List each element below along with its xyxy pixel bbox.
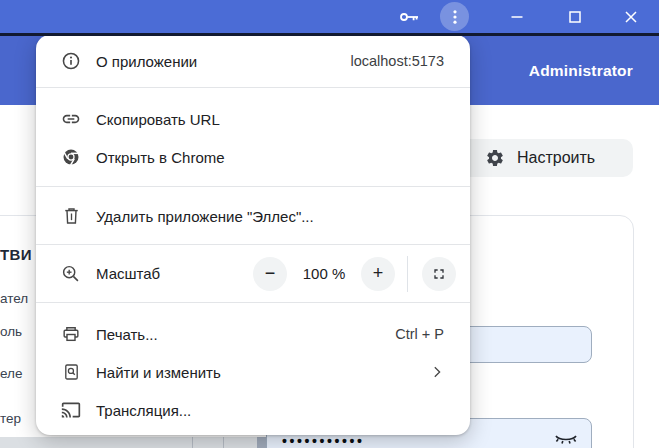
chevron-right-icon xyxy=(430,365,444,379)
menu-item-label: Скопировать URL xyxy=(96,111,220,128)
titlebar-divider xyxy=(0,33,659,36)
segment-divider xyxy=(223,437,224,448)
menu-item-find-and-edit[interactable]: Найти и изменить xyxy=(36,353,470,391)
chrome-icon xyxy=(60,146,82,168)
zoom-in-button[interactable]: + xyxy=(361,257,395,291)
toggle-password-visibility-button[interactable] xyxy=(551,427,581,448)
info-icon xyxy=(60,50,82,72)
close-button[interactable] xyxy=(618,4,644,29)
link-icon xyxy=(60,108,82,130)
menu-item-open-in-chrome[interactable]: Открыть в Chrome xyxy=(36,138,470,176)
zoom-level-value: 100 % xyxy=(287,265,361,282)
minimize-icon xyxy=(506,6,528,28)
close-icon xyxy=(620,6,642,28)
menu-item-label: Трансляция... xyxy=(96,402,191,419)
section-heading-fragment: ТВИ xyxy=(0,246,32,263)
configure-button-label: Настроить xyxy=(517,149,595,167)
find-in-page-icon xyxy=(60,361,82,383)
segment-edge xyxy=(257,437,266,448)
vertical-divider xyxy=(407,256,408,292)
app-window: Administrator Настроить ••••••••••• ТВИ … xyxy=(0,0,659,448)
configure-button[interactable]: Настроить xyxy=(455,139,633,177)
form-label-fragment: оль xyxy=(0,324,22,339)
segmented-input-strip xyxy=(0,437,258,448)
cast-icon xyxy=(60,399,82,421)
minimize-button[interactable] xyxy=(504,4,530,29)
menu-zoom-row: Масштаб − 100 % + xyxy=(36,255,470,292)
app-origin-label: localhost:5173 xyxy=(350,53,444,69)
segment-divider xyxy=(192,437,193,448)
menu-item-uninstall-app[interactable]: Удалить приложение "Эллес"... xyxy=(36,197,470,235)
menu-item-label: Удалить приложение "Эллес"... xyxy=(96,208,314,225)
menu-item-label: Найти и изменить xyxy=(96,364,221,381)
passkey-button[interactable] xyxy=(394,2,423,31)
menu-item-print[interactable]: Печать... Ctrl + P xyxy=(36,315,470,353)
fullscreen-icon xyxy=(431,266,447,282)
zoom-label: Масштаб xyxy=(96,265,160,282)
window-titlebar xyxy=(0,0,659,33)
menu-item-cast[interactable]: Трансляция... xyxy=(36,391,470,429)
trash-icon xyxy=(60,205,82,227)
password-masked-value: ••••••••••• xyxy=(282,433,365,448)
browser-menu-button[interactable] xyxy=(440,2,469,31)
gear-icon xyxy=(485,148,505,168)
user-role-label: Administrator xyxy=(529,36,633,105)
zoom-out-button[interactable]: − xyxy=(253,257,287,291)
print-icon xyxy=(60,323,82,345)
eye-closed-icon xyxy=(553,430,579,448)
form-label-fragment: ател xyxy=(0,291,28,306)
maximize-button[interactable] xyxy=(562,4,588,29)
form-label-fragment: еле xyxy=(0,366,22,381)
key-icon xyxy=(397,5,421,29)
chrome-app-menu: О приложении localhost:5173 Скопировать … xyxy=(36,35,470,435)
three-dot-menu-icon xyxy=(444,6,466,28)
menu-item-copy-url[interactable]: Скопировать URL xyxy=(36,100,470,138)
form-label-fragment: тер xyxy=(0,411,21,426)
zoom-in-icon xyxy=(60,263,82,285)
maximize-icon xyxy=(564,6,586,28)
shortcut-label: Ctrl + P xyxy=(395,326,444,342)
menu-item-label: О приложении xyxy=(96,53,197,70)
menu-item-label: Открыть в Chrome xyxy=(96,149,225,166)
menu-item-label: Печать... xyxy=(96,326,158,343)
fullscreen-button[interactable] xyxy=(422,257,456,291)
menu-item-about-app[interactable]: О приложении localhost:5173 xyxy=(36,35,470,87)
